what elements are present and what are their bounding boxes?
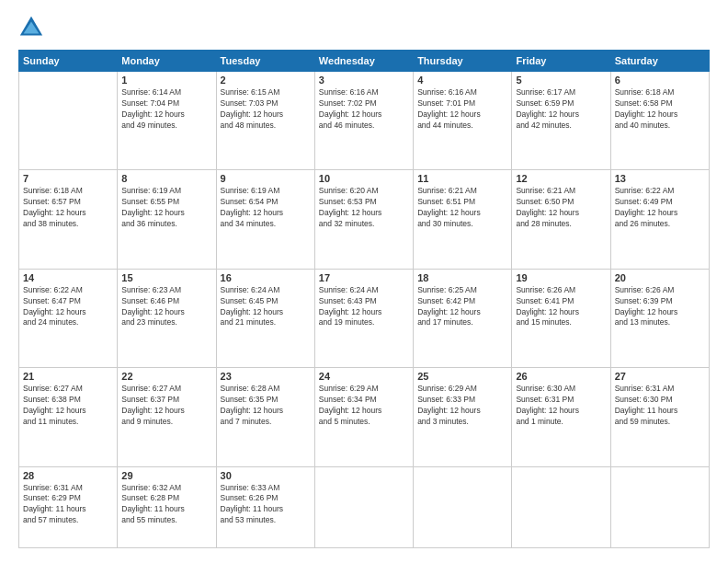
calendar-cell	[314, 466, 413, 548]
calendar-cell: 30Sunrise: 6:33 AM Sunset: 6:26 PM Dayli…	[216, 466, 314, 548]
calendar-cell: 2Sunrise: 6:15 AM Sunset: 7:03 PM Daylig…	[216, 72, 314, 170]
calendar-cell	[610, 466, 709, 548]
calendar-cell: 22Sunrise: 6:27 AM Sunset: 6:37 PM Dayli…	[118, 368, 216, 466]
day-number: 30	[221, 470, 311, 481]
calendar-cell: 1Sunrise: 6:14 AM Sunset: 7:04 PM Daylig…	[118, 72, 216, 170]
weekday-header-row: SundayMondayTuesdayWednesdayThursdayFrid…	[19, 51, 710, 72]
calendar-cell: 20Sunrise: 6:26 AM Sunset: 6:39 PM Dayli…	[610, 269, 709, 367]
cell-content: Sunrise: 6:21 AM Sunset: 6:51 PM Dayligh…	[417, 186, 507, 230]
cell-content: Sunrise: 6:26 AM Sunset: 6:39 PM Dayligh…	[615, 285, 705, 329]
cell-content: Sunrise: 6:16 AM Sunset: 7:02 PM Dayligh…	[319, 87, 409, 132]
cell-content: Sunrise: 6:27 AM Sunset: 6:37 PM Dayligh…	[121, 384, 211, 428]
cell-content: Sunrise: 6:21 AM Sunset: 6:50 PM Dayligh…	[516, 186, 606, 230]
calendar-table: SundayMondayTuesdayWednesdayThursdayFrid…	[18, 50, 710, 548]
calendar-cell: 13Sunrise: 6:22 AM Sunset: 6:49 PM Dayli…	[610, 170, 709, 269]
cell-content: Sunrise: 6:22 AM Sunset: 6:47 PM Dayligh…	[23, 285, 113, 329]
calendar-cell: 23Sunrise: 6:28 AM Sunset: 6:35 PM Dayli…	[216, 368, 314, 466]
day-number: 20	[615, 272, 705, 283]
cell-content: Sunrise: 6:19 AM Sunset: 6:55 PM Dayligh…	[121, 186, 211, 230]
calendar-cell: 21Sunrise: 6:27 AM Sunset: 6:38 PM Dayli…	[19, 368, 118, 466]
calendar-cell: 17Sunrise: 6:24 AM Sunset: 6:43 PM Dayli…	[314, 269, 413, 367]
day-number: 6	[615, 75, 705, 86]
weekday-header: Wednesday	[314, 51, 413, 72]
calendar-cell: 5Sunrise: 6:17 AM Sunset: 6:59 PM Daylig…	[512, 72, 610, 170]
weekday-header: Monday	[118, 51, 216, 72]
day-number: 2	[221, 75, 311, 86]
cell-content: Sunrise: 6:24 AM Sunset: 6:45 PM Dayligh…	[221, 285, 311, 329]
calendar-cell: 10Sunrise: 6:20 AM Sunset: 6:53 PM Dayli…	[314, 170, 413, 269]
calendar-week-row: 14Sunrise: 6:22 AM Sunset: 6:47 PM Dayli…	[19, 269, 710, 367]
day-number: 23	[221, 371, 311, 382]
cell-content: Sunrise: 6:19 AM Sunset: 6:54 PM Dayligh…	[221, 186, 311, 230]
weekday-header: Friday	[512, 51, 610, 72]
calendar-cell: 8Sunrise: 6:19 AM Sunset: 6:55 PM Daylig…	[118, 170, 216, 269]
day-number: 17	[319, 272, 409, 283]
day-number: 8	[121, 173, 211, 184]
logo	[18, 15, 48, 40]
calendar-cell: 15Sunrise: 6:23 AM Sunset: 6:46 PM Dayli…	[118, 269, 216, 367]
calendar-cell: 16Sunrise: 6:24 AM Sunset: 6:45 PM Dayli…	[216, 269, 314, 367]
cell-content: Sunrise: 6:24 AM Sunset: 6:43 PM Dayligh…	[319, 285, 409, 329]
weekday-header: Thursday	[414, 51, 512, 72]
weekday-header: Saturday	[610, 51, 709, 72]
day-number: 7	[23, 173, 113, 184]
calendar-cell: 6Sunrise: 6:18 AM Sunset: 6:58 PM Daylig…	[610, 72, 709, 170]
calendar-cell: 14Sunrise: 6:22 AM Sunset: 6:47 PM Dayli…	[19, 269, 118, 367]
page: SundayMondayTuesdayWednesdayThursdayFrid…	[0, 0, 728, 563]
cell-content: Sunrise: 6:30 AM Sunset: 6:31 PM Dayligh…	[516, 384, 606, 428]
cell-content: Sunrise: 6:25 AM Sunset: 6:42 PM Dayligh…	[417, 285, 507, 329]
day-number: 3	[319, 75, 409, 86]
day-number: 21	[23, 371, 113, 382]
calendar-cell: 4Sunrise: 6:16 AM Sunset: 7:01 PM Daylig…	[414, 72, 512, 170]
day-number: 11	[417, 173, 507, 184]
day-number: 10	[319, 173, 409, 184]
calendar-cell: 27Sunrise: 6:31 AM Sunset: 6:30 PM Dayli…	[610, 368, 709, 466]
calendar-cell: 25Sunrise: 6:29 AM Sunset: 6:33 PM Dayli…	[414, 368, 512, 466]
day-number: 19	[516, 272, 606, 283]
day-number: 22	[121, 371, 211, 382]
cell-content: Sunrise: 6:18 AM Sunset: 6:58 PM Dayligh…	[615, 87, 705, 132]
calendar-week-row: 7Sunrise: 6:18 AM Sunset: 6:57 PM Daylig…	[19, 170, 710, 269]
calendar-cell: 12Sunrise: 6:21 AM Sunset: 6:50 PM Dayli…	[512, 170, 610, 269]
calendar-cell	[19, 72, 118, 170]
cell-content: Sunrise: 6:31 AM Sunset: 6:29 PM Dayligh…	[23, 483, 113, 527]
calendar-cell: 7Sunrise: 6:18 AM Sunset: 6:57 PM Daylig…	[19, 170, 118, 269]
calendar-cell: 9Sunrise: 6:19 AM Sunset: 6:54 PM Daylig…	[216, 170, 314, 269]
day-number: 25	[417, 371, 507, 382]
calendar-week-row: 1Sunrise: 6:14 AM Sunset: 7:04 PM Daylig…	[19, 72, 710, 170]
calendar-cell: 11Sunrise: 6:21 AM Sunset: 6:51 PM Dayli…	[414, 170, 512, 269]
day-number: 1	[121, 75, 211, 86]
day-number: 13	[615, 173, 705, 184]
header	[18, 15, 710, 40]
cell-content: Sunrise: 6:20 AM Sunset: 6:53 PM Dayligh…	[319, 186, 409, 230]
day-number: 27	[615, 371, 705, 382]
cell-content: Sunrise: 6:31 AM Sunset: 6:30 PM Dayligh…	[615, 384, 705, 428]
calendar-cell: 29Sunrise: 6:32 AM Sunset: 6:28 PM Dayli…	[118, 466, 216, 548]
weekday-header: Sunday	[19, 51, 118, 72]
cell-content: Sunrise: 6:32 AM Sunset: 6:28 PM Dayligh…	[121, 483, 211, 527]
cell-content: Sunrise: 6:29 AM Sunset: 6:34 PM Dayligh…	[319, 384, 409, 428]
day-number: 4	[417, 75, 507, 86]
cell-content: Sunrise: 6:29 AM Sunset: 6:33 PM Dayligh…	[417, 384, 507, 428]
day-number: 24	[319, 371, 409, 382]
calendar-cell: 3Sunrise: 6:16 AM Sunset: 7:02 PM Daylig…	[314, 72, 413, 170]
day-number: 9	[221, 173, 311, 184]
day-number: 29	[121, 470, 211, 481]
day-number: 28	[23, 470, 113, 481]
calendar-week-row: 21Sunrise: 6:27 AM Sunset: 6:38 PM Dayli…	[19, 368, 710, 466]
day-number: 5	[516, 75, 606, 86]
cell-content: Sunrise: 6:27 AM Sunset: 6:38 PM Dayligh…	[23, 384, 113, 428]
logo-icon	[18, 15, 44, 40]
cell-content: Sunrise: 6:23 AM Sunset: 6:46 PM Dayligh…	[121, 285, 211, 329]
weekday-header: Tuesday	[216, 51, 314, 72]
calendar-cell	[512, 466, 610, 548]
day-number: 18	[417, 272, 507, 283]
cell-content: Sunrise: 6:28 AM Sunset: 6:35 PM Dayligh…	[221, 384, 311, 428]
day-number: 16	[221, 272, 311, 283]
cell-content: Sunrise: 6:15 AM Sunset: 7:03 PM Dayligh…	[221, 87, 311, 132]
cell-content: Sunrise: 6:22 AM Sunset: 6:49 PM Dayligh…	[615, 186, 705, 230]
calendar-cell: 28Sunrise: 6:31 AM Sunset: 6:29 PM Dayli…	[19, 466, 118, 548]
cell-content: Sunrise: 6:33 AM Sunset: 6:26 PM Dayligh…	[221, 483, 311, 527]
cell-content: Sunrise: 6:26 AM Sunset: 6:41 PM Dayligh…	[516, 285, 606, 329]
cell-content: Sunrise: 6:16 AM Sunset: 7:01 PM Dayligh…	[417, 87, 507, 132]
